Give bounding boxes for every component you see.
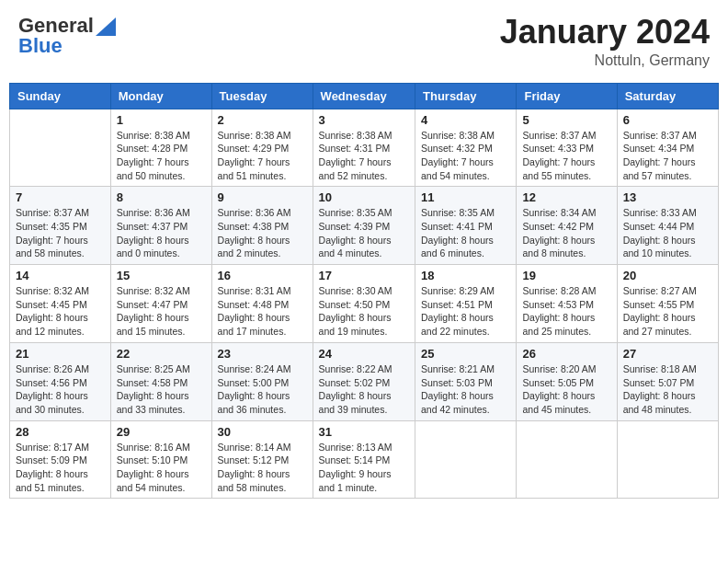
- day-number: 14: [16, 269, 105, 282]
- day-number: 31: [319, 425, 409, 439]
- day-info: Sunrise: 8:25 AMSunset: 4:58 PMDaylight:…: [117, 362, 206, 417]
- day-number: 15: [117, 269, 206, 282]
- day-info: Sunrise: 8:38 AMSunset: 4:28 PMDaylight:…: [117, 129, 206, 183]
- day-number: 30: [218, 425, 307, 439]
- day-cell: 13Sunrise: 8:33 AMSunset: 4:44 PMDayligh…: [617, 187, 718, 265]
- column-header-friday: Friday: [517, 83, 617, 109]
- column-header-saturday: Saturday: [617, 83, 718, 109]
- logo-icon: [96, 17, 116, 36]
- week-row-2: 7Sunrise: 8:37 AMSunset: 4:35 PMDaylight…: [10, 187, 719, 265]
- day-number: 24: [319, 347, 409, 361]
- day-info: Sunrise: 8:34 AMSunset: 4:42 PMDaylight:…: [522, 206, 610, 260]
- day-cell: 3Sunrise: 8:38 AMSunset: 4:31 PMDaylight…: [313, 109, 415, 187]
- day-cell: [617, 420, 718, 499]
- day-number: 3: [319, 113, 409, 127]
- day-cell: 2Sunrise: 8:38 AMSunset: 4:29 PMDaylight…: [211, 109, 313, 187]
- column-header-thursday: Thursday: [415, 83, 517, 109]
- day-cell: 8Sunrise: 8:36 AMSunset: 4:37 PMDaylight…: [110, 187, 211, 265]
- day-number: 22: [117, 347, 206, 361]
- day-cell: 22Sunrise: 8:25 AMSunset: 4:58 PMDayligh…: [110, 342, 211, 420]
- day-info: Sunrise: 8:33 AMSunset: 4:44 PMDaylight:…: [623, 206, 712, 260]
- day-cell: 10Sunrise: 8:35 AMSunset: 4:39 PMDayligh…: [313, 187, 415, 265]
- day-info: Sunrise: 8:27 AMSunset: 4:55 PMDaylight:…: [623, 284, 712, 339]
- day-info: Sunrise: 8:29 AMSunset: 4:51 PMDaylight:…: [421, 284, 510, 339]
- day-number: 25: [421, 347, 510, 361]
- day-cell: 18Sunrise: 8:29 AMSunset: 4:51 PMDayligh…: [415, 265, 517, 343]
- day-number: 26: [522, 347, 610, 361]
- day-cell: 26Sunrise: 8:20 AMSunset: 5:05 PMDayligh…: [517, 342, 617, 420]
- day-cell: 6Sunrise: 8:37 AMSunset: 4:34 PMDaylight…: [617, 109, 718, 187]
- logo: General Blue: [18, 14, 116, 58]
- day-number: 16: [218, 269, 307, 282]
- day-cell: 4Sunrise: 8:38 AMSunset: 4:32 PMDaylight…: [415, 109, 517, 187]
- day-number: 8: [117, 190, 206, 204]
- day-cell: 29Sunrise: 8:16 AMSunset: 5:10 PMDayligh…: [110, 420, 211, 499]
- column-header-wednesday: Wednesday: [313, 83, 415, 109]
- day-info: Sunrise: 8:35 AMSunset: 4:41 PMDaylight:…: [421, 206, 510, 260]
- day-cell: 15Sunrise: 8:32 AMSunset: 4:47 PMDayligh…: [110, 265, 211, 343]
- day-info: Sunrise: 8:35 AMSunset: 4:39 PMDaylight:…: [319, 206, 409, 260]
- day-info: Sunrise: 8:38 AMSunset: 4:32 PMDaylight:…: [421, 129, 510, 183]
- day-cell: 5Sunrise: 8:37 AMSunset: 4:33 PMDaylight…: [517, 109, 617, 187]
- day-info: Sunrise: 8:37 AMSunset: 4:34 PMDaylight:…: [623, 129, 712, 183]
- day-number: 5: [522, 113, 610, 127]
- day-info: Sunrise: 8:14 AMSunset: 5:12 PMDaylight:…: [218, 441, 307, 495]
- day-info: Sunrise: 8:16 AMSunset: 5:10 PMDaylight:…: [117, 441, 206, 495]
- day-number: 13: [623, 190, 712, 204]
- day-info: Sunrise: 8:17 AMSunset: 5:09 PMDaylight:…: [16, 441, 105, 495]
- day-info: Sunrise: 8:36 AMSunset: 4:37 PMDaylight:…: [117, 206, 206, 260]
- day-info: Sunrise: 8:30 AMSunset: 4:50 PMDaylight:…: [319, 284, 409, 339]
- column-header-tuesday: Tuesday: [211, 83, 313, 109]
- day-cell: [415, 420, 517, 499]
- day-number: 4: [421, 113, 510, 127]
- day-cell: [517, 420, 617, 499]
- day-cell: 20Sunrise: 8:27 AMSunset: 4:55 PMDayligh…: [617, 265, 718, 343]
- day-info: Sunrise: 8:24 AMSunset: 5:00 PMDaylight:…: [218, 362, 307, 417]
- day-info: Sunrise: 8:28 AMSunset: 4:53 PMDaylight:…: [522, 284, 610, 339]
- day-cell: [10, 109, 111, 187]
- day-number: 12: [522, 190, 610, 204]
- day-number: 7: [16, 190, 105, 204]
- day-cell: 30Sunrise: 8:14 AMSunset: 5:12 PMDayligh…: [211, 420, 313, 499]
- day-info: Sunrise: 8:20 AMSunset: 5:05 PMDaylight:…: [522, 362, 610, 417]
- day-cell: 1Sunrise: 8:38 AMSunset: 4:28 PMDaylight…: [110, 109, 211, 187]
- day-info: Sunrise: 8:31 AMSunset: 4:48 PMDaylight:…: [218, 284, 307, 339]
- day-number: 6: [623, 113, 712, 127]
- day-cell: 11Sunrise: 8:35 AMSunset: 4:41 PMDayligh…: [415, 187, 517, 265]
- week-row-5: 28Sunrise: 8:17 AMSunset: 5:09 PMDayligh…: [10, 420, 719, 499]
- day-cell: 12Sunrise: 8:34 AMSunset: 4:42 PMDayligh…: [517, 187, 617, 265]
- day-cell: 23Sunrise: 8:24 AMSunset: 5:00 PMDayligh…: [211, 342, 313, 420]
- day-info: Sunrise: 8:32 AMSunset: 4:45 PMDaylight:…: [16, 284, 105, 339]
- day-number: 9: [218, 190, 307, 204]
- day-cell: 24Sunrise: 8:22 AMSunset: 5:02 PMDayligh…: [313, 342, 415, 420]
- page-header: General Blue January 2024 Nottuln, Germa…: [9, 9, 719, 74]
- day-info: Sunrise: 8:32 AMSunset: 4:47 PMDaylight:…: [117, 284, 206, 339]
- day-cell: 27Sunrise: 8:18 AMSunset: 5:07 PMDayligh…: [617, 342, 718, 420]
- day-cell: 17Sunrise: 8:30 AMSunset: 4:50 PMDayligh…: [313, 265, 415, 343]
- svg-marker-0: [96, 17, 116, 36]
- day-number: 18: [421, 269, 510, 282]
- location-title: Nottuln, Germany: [500, 52, 710, 69]
- day-number: 20: [623, 269, 712, 282]
- day-number: 21: [16, 347, 105, 361]
- day-number: 19: [522, 269, 610, 282]
- header-row: SundayMondayTuesdayWednesdayThursdayFrid…: [10, 83, 719, 109]
- day-info: Sunrise: 8:26 AMSunset: 4:56 PMDaylight:…: [16, 362, 105, 417]
- day-number: 11: [421, 190, 510, 204]
- logo-blue: Blue: [18, 34, 63, 58]
- day-info: Sunrise: 8:13 AMSunset: 5:14 PMDaylight:…: [319, 441, 409, 495]
- day-info: Sunrise: 8:37 AMSunset: 4:33 PMDaylight:…: [522, 129, 610, 183]
- day-number: 27: [623, 347, 712, 361]
- day-info: Sunrise: 8:38 AMSunset: 4:29 PMDaylight:…: [218, 129, 307, 183]
- day-cell: 16Sunrise: 8:31 AMSunset: 4:48 PMDayligh…: [211, 265, 313, 343]
- day-number: 29: [117, 425, 206, 439]
- title-block: January 2024 Nottuln, Germany: [500, 14, 710, 69]
- day-info: Sunrise: 8:18 AMSunset: 5:07 PMDaylight:…: [623, 362, 712, 417]
- day-cell: 28Sunrise: 8:17 AMSunset: 5:09 PMDayligh…: [10, 420, 111, 499]
- week-row-4: 21Sunrise: 8:26 AMSunset: 4:56 PMDayligh…: [10, 342, 719, 420]
- month-title: January 2024: [500, 14, 710, 51]
- column-header-sunday: Sunday: [10, 83, 111, 109]
- day-number: 23: [218, 347, 307, 361]
- day-number: 2: [218, 113, 307, 127]
- day-cell: 14Sunrise: 8:32 AMSunset: 4:45 PMDayligh…: [10, 265, 111, 343]
